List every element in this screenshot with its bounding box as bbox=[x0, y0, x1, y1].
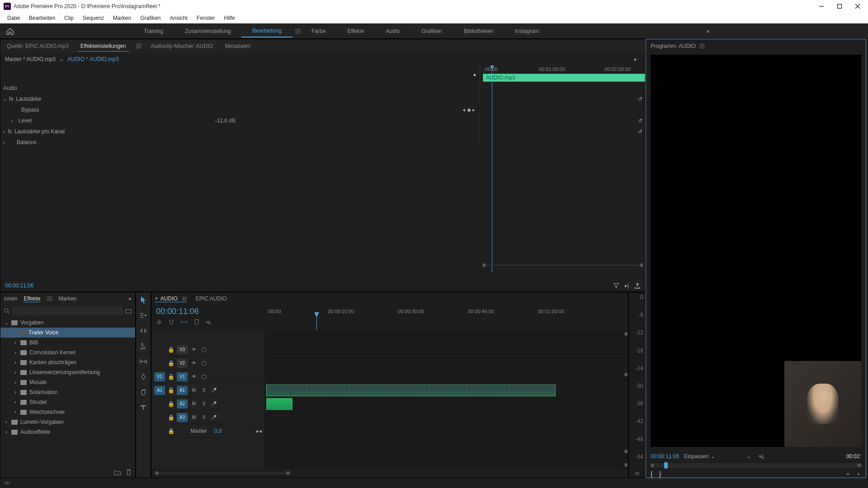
panel-menu-icon[interactable] bbox=[182, 297, 187, 300]
menu-fenster[interactable]: Fenster bbox=[192, 14, 220, 23]
marker-icon[interactable] bbox=[194, 319, 199, 325]
source-patch-v1[interactable]: V1 bbox=[154, 372, 165, 381]
selection-tool-icon[interactable] bbox=[138, 295, 148, 305]
menu-sequenz[interactable]: Sequenz bbox=[78, 14, 108, 23]
play-master-icon[interactable]: ▸◂ bbox=[256, 428, 262, 434]
program-scrubber[interactable] bbox=[651, 463, 861, 468]
track-target-a3[interactable]: A3 bbox=[177, 413, 188, 422]
toggle-sync-lock-icon[interactable]: ◯ bbox=[200, 373, 208, 380]
tree-folder[interactable]: ›Weichzeichner bbox=[0, 407, 135, 417]
reset-icon[interactable]: ↺ bbox=[638, 128, 642, 135]
workspace-grafiken[interactable]: Grafiken bbox=[410, 25, 453, 37]
hand-tool-icon[interactable] bbox=[138, 387, 148, 397]
tab-effect-controls[interactable]: Effekteinstellungen bbox=[78, 41, 129, 52]
panel-menu-icon[interactable] bbox=[699, 44, 705, 48]
mark-out-icon[interactable]: } bbox=[659, 470, 661, 478]
pen-tool-icon[interactable] bbox=[138, 372, 148, 382]
menu-datei[interactable]: Datei bbox=[3, 14, 24, 23]
lock-icon[interactable]: 🔒 bbox=[168, 414, 174, 421]
workspace-audio[interactable]: Audio bbox=[375, 25, 411, 37]
slip-tool-icon[interactable] bbox=[138, 357, 148, 366]
track-target-v1[interactable]: V1 bbox=[177, 372, 188, 381]
new-bin-icon[interactable] bbox=[125, 308, 132, 314]
tab-audio-clip-mixer[interactable]: Audioclip-Mischer: AUDIO bbox=[148, 41, 216, 51]
twisty-icon[interactable]: › bbox=[13, 349, 18, 356]
track-target-a2[interactable]: A2 bbox=[177, 399, 188, 408]
tab-metadata[interactable]: Metadaten bbox=[222, 41, 254, 51]
timeline-ruler[interactable]: :00:00 00:00:15:00 00:00:30:00 00:00:45:… bbox=[264, 305, 628, 330]
twisty-icon[interactable]: › bbox=[13, 389, 18, 395]
menu-grafiken[interactable]: Grafiken bbox=[136, 14, 165, 23]
program-playhead[interactable] bbox=[664, 462, 668, 469]
track-target-v3[interactable]: V3 bbox=[177, 345, 188, 354]
twisty-icon[interactable]: › bbox=[13, 339, 18, 346]
tree-folder[interactable]: ›Kanten abschrägen bbox=[0, 357, 135, 367]
panel-menu-icon[interactable] bbox=[136, 44, 142, 48]
workspace-zusammenstellung[interactable]: Zusammenstellung bbox=[174, 25, 241, 37]
track-select-tool-icon[interactable] bbox=[138, 310, 148, 320]
twisty-icon[interactable]: › bbox=[4, 429, 9, 435]
source-patch-a1[interactable]: A1 bbox=[154, 386, 165, 395]
twisty-icon[interactable]: › bbox=[13, 379, 18, 385]
settings-icon[interactable] bbox=[206, 319, 212, 325]
menu-ansicht[interactable]: Ansicht bbox=[165, 14, 192, 23]
menu-clip[interactable]: Clip bbox=[60, 14, 78, 23]
twisty-icon[interactable]: › bbox=[4, 419, 9, 425]
collapse-icon[interactable]: ▴ bbox=[473, 71, 476, 77]
close-tab-icon[interactable]: × bbox=[155, 296, 158, 301]
fx-badge-icon[interactable]: fx bbox=[9, 96, 13, 102]
tree-preset[interactable]: Trailer Voice bbox=[0, 328, 135, 338]
workspace-effekte[interactable]: Effekte bbox=[336, 25, 375, 37]
toggle-output-icon[interactable]: 👁 bbox=[190, 373, 198, 380]
audio-clip-a1[interactable] bbox=[266, 385, 556, 396]
twisty-icon[interactable]: › bbox=[13, 359, 18, 366]
master-value[interactable]: 0,0 bbox=[214, 428, 222, 434]
minimize-button[interactable] bbox=[817, 2, 826, 10]
toggle-sync-lock-icon[interactable]: ◯ bbox=[200, 346, 208, 353]
chevron-down-icon[interactable]: ⌄ bbox=[59, 56, 64, 62]
audio-clip-a2[interactable] bbox=[266, 398, 292, 410]
twisty-right-icon[interactable]: › bbox=[11, 117, 13, 124]
workspace-menu-icon[interactable] bbox=[295, 29, 301, 33]
prev-keyframe-icon[interactable]: ◂ bbox=[462, 107, 465, 113]
voiceover-icon[interactable]: 🎤 bbox=[210, 400, 217, 408]
voiceover-icon[interactable]: 🎤 bbox=[210, 414, 217, 421]
timeline-timecode[interactable]: 00:00:11:06 bbox=[156, 307, 260, 316]
ripple-edit-tool-icon[interactable] bbox=[138, 326, 148, 336]
twisty-icon[interactable]: › bbox=[13, 399, 18, 405]
trash-icon[interactable] bbox=[126, 469, 132, 475]
sequence-tab-audio[interactable]: ×AUDIO bbox=[155, 296, 187, 302]
reset-icon[interactable]: ↺ bbox=[638, 96, 642, 102]
twisty-icon[interactable]: ⌵ bbox=[4, 319, 9, 326]
new-bin-icon[interactable] bbox=[114, 469, 121, 475]
workspace-training[interactable]: Training bbox=[133, 25, 174, 37]
workspace-overflow-icon[interactable]: » bbox=[706, 28, 710, 34]
status-eye-icon[interactable] bbox=[4, 480, 11, 486]
tree-folder[interactable]: ⌵Vorgaben bbox=[0, 318, 135, 328]
type-tool-icon[interactable] bbox=[138, 403, 148, 413]
nest-icon[interactable] bbox=[156, 319, 162, 325]
tab-truncated[interactable]: ionen bbox=[4, 296, 17, 302]
timeline-vertical-scrollbar[interactable] bbox=[624, 332, 627, 467]
button-editor-icon[interactable]: ＋ bbox=[856, 470, 861, 478]
tree-folder[interactable]: ›Mosaik bbox=[0, 377, 135, 387]
twisty-right-icon[interactable]: › bbox=[3, 139, 5, 145]
lock-icon[interactable]: 🔒 bbox=[168, 401, 174, 407]
program-timecode[interactable]: 00:00:11:06 bbox=[651, 453, 679, 460]
panel-menu-icon[interactable] bbox=[47, 296, 52, 301]
voiceover-icon[interactable]: 🎤 bbox=[210, 387, 217, 394]
tab-source[interactable]: Quelle: EPIC AUDIO.mp3 bbox=[4, 41, 71, 51]
menu-hilfe[interactable]: Hilfe bbox=[220, 14, 240, 23]
mute-button[interactable]: M bbox=[190, 387, 198, 394]
add-keyframe-icon[interactable]: ◆ bbox=[467, 107, 471, 113]
linked-selection-icon[interactable] bbox=[180, 319, 188, 325]
tree-folder[interactable]: ›Lumetri-Vorgaben bbox=[0, 417, 135, 427]
tab-marken[interactable]: Marken bbox=[59, 296, 77, 302]
maximize-button[interactable] bbox=[835, 2, 844, 10]
timeline-tracks[interactable] bbox=[264, 330, 628, 469]
program-tab[interactable]: Programm: AUDIO bbox=[651, 43, 696, 49]
home-icon[interactable] bbox=[5, 26, 15, 37]
snap-icon[interactable] bbox=[169, 319, 174, 325]
lock-icon[interactable]: 🔒 bbox=[168, 374, 174, 380]
tree-folder[interactable]: ›Strudel bbox=[0, 397, 135, 407]
